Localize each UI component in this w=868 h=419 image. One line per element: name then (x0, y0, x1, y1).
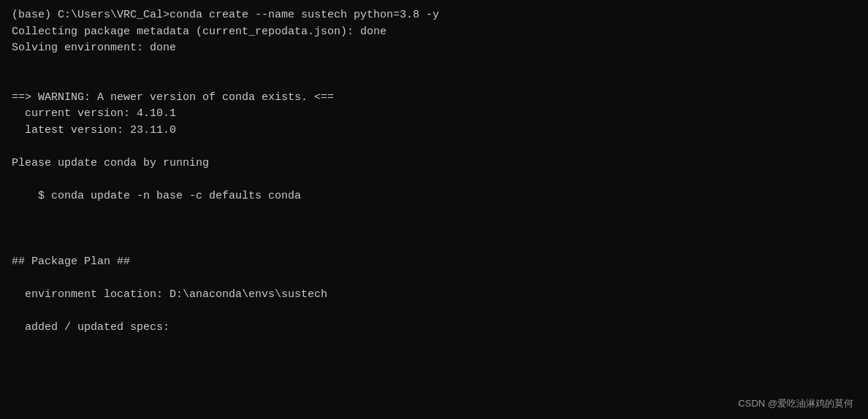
terminal-line (12, 172, 856, 188)
terminal-line: current version: 4.10.1 (12, 106, 856, 123)
terminal-line: latest version: 23.11.0 (12, 123, 856, 139)
terminal-output: (base) C:\Users\VRC_Cal>conda create --n… (12, 7, 856, 336)
terminal-line: ==> WARNING: A newer version of conda ex… (12, 90, 856, 107)
terminal-line (12, 57, 856, 74)
terminal-line: (base) C:\Users\VRC_Cal>conda create --n… (12, 7, 856, 24)
terminal-line: added / updated specs: (12, 320, 856, 337)
terminal-line (12, 303, 856, 320)
terminal-line (12, 139, 856, 155)
terminal-line: environment location: D:\anaconda\envs\s… (12, 287, 856, 304)
terminal-line (12, 204, 856, 221)
terminal-line (12, 221, 856, 238)
terminal-window: (base) C:\Users\VRC_Cal>conda create --n… (0, 0, 868, 419)
terminal-line: $ conda update -n base -c defaults conda (12, 188, 856, 205)
terminal-line (12, 270, 856, 287)
terminal-line (12, 73, 856, 90)
terminal-line: ## Package Plan ## (12, 254, 856, 271)
terminal-line: Please update conda by running (12, 155, 856, 172)
terminal-line (12, 237, 856, 254)
terminal-line: Solving environment: done (12, 40, 856, 57)
watermark: CSDN @爱吃油淋鸡的莫何 (738, 396, 853, 411)
terminal-line: Collecting package metadata (current_rep… (12, 24, 856, 41)
